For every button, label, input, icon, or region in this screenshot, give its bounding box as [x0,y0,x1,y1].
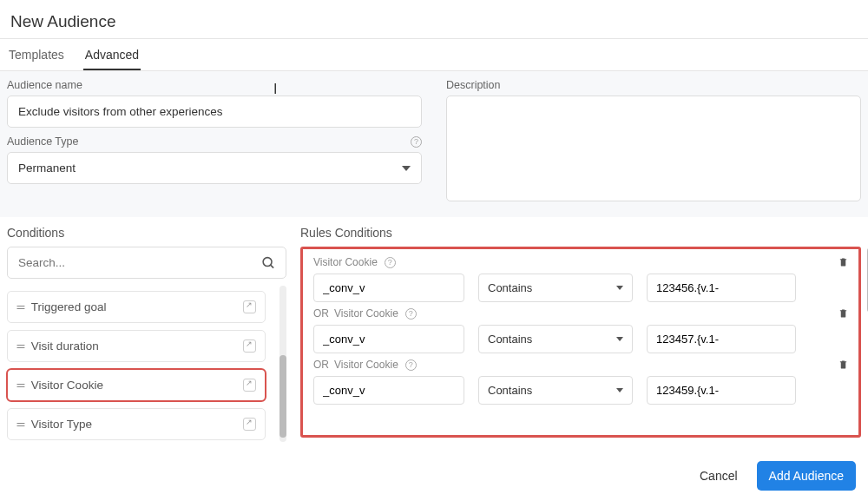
condition-label: Visit duration [31,339,243,353]
rule-row: Visitor Cookie ? Contains [313,256,848,302]
form-area: Audience name I Audience Type ? Permanen… [0,71,868,217]
tab-advanced[interactable]: Advanced [83,39,141,70]
rule-value-input[interactable] [647,376,796,405]
add-audience-button[interactable]: Add Audience [757,461,856,491]
rule-value-input[interactable] [647,274,796,302]
rule-operator-value: Contains [488,281,532,294]
audience-type-label-text: Audience Type [7,135,78,148]
form-left-column: Audience name I Audience Type ? Permanen… [7,71,422,201]
tab-templates[interactable]: Templates [7,39,66,70]
audience-type-label: Audience Type ? [7,128,422,152]
condition-label: Visitor Type [31,418,243,431]
lower-section: Conditions == Triggered goal == Visit du… [0,217,868,447]
rule-row: OR Visitor Cookie ? Contains [313,307,848,353]
rule-inputs: Contains [313,376,848,405]
rule-row: OR Visitor Cookie ? Contains [313,359,848,405]
or-label: OR [313,359,329,371]
chevron-down-icon [402,166,411,171]
rules-title: Rules Conditions [300,217,861,247]
svg-line-1 [271,265,274,268]
page-title: New Audience [10,12,858,31]
conditions-title: Conditions [7,217,286,247]
description-label: Description [446,71,861,96]
tab-bar: Templates Advanced [0,39,868,71]
chevron-down-icon [616,388,623,392]
audience-type-value: Permanent [18,162,76,175]
rule-type-label: Visitor Cookie [334,307,398,320]
form-right-column: Description [446,71,861,201]
rule-operator-value: Contains [488,384,532,397]
audience-name-input[interactable] [7,96,422,128]
rule-type-label: Visitor Cookie [334,359,398,371]
svg-point-0 [263,257,272,266]
description-input[interactable] [446,96,861,201]
condition-label: Triggered goal [31,300,243,313]
rule-operator-select[interactable]: Contains [478,376,633,405]
rule-field-input[interactable] [313,325,464,353]
rule-value-input[interactable] [647,325,796,353]
rule-operator-select[interactable]: Contains [478,325,633,353]
condition-item-visitor-type[interactable]: == Visitor Type [7,408,266,440]
help-icon[interactable]: ? [405,308,417,320]
drag-handle-icon: == [16,419,23,430]
audience-name-label: Audience name [7,71,422,96]
external-link-icon[interactable] [243,379,256,392]
drag-handle-icon: == [16,302,23,313]
chevron-down-icon [616,337,623,341]
condition-item-visitor-cookie[interactable]: == Visitor Cookie [7,369,266,401]
drag-handle-icon: == [16,341,23,352]
conditions-list: == Triggered goal == Visit duration == V… [7,286,286,440]
delete-rule-icon[interactable] [838,307,848,321]
rule-field-input[interactable] [313,274,464,302]
cancel-button[interactable]: Cancel [694,462,743,490]
rule-type-label: Visitor Cookie [313,256,378,268]
rule-inputs: Contains [313,274,848,302]
rule-operator-select[interactable]: Contains [478,274,633,302]
help-icon[interactable]: ? [411,136,422,148]
conditions-scrollbar-track [279,286,286,442]
rule-operator-value: Contains [488,333,532,346]
rules-panel: Visitor Cookie ? Contains OR Visitor Co [300,247,861,438]
delete-rule-icon[interactable] [838,359,848,372]
dialog-header: New Audience [0,0,868,39]
conditions-search-wrap [7,247,286,279]
rule-field-input[interactable] [313,376,464,405]
or-label: OR [313,307,329,320]
dialog-footer: Cancel Add Audience [694,461,856,491]
condition-item-visit-duration[interactable]: == Visit duration [7,330,266,362]
help-icon[interactable]: ? [405,359,417,371]
external-link-icon[interactable] [243,300,256,313]
rule-header: Visitor Cookie ? [313,256,848,268]
condition-label: Visitor Cookie [31,379,243,392]
external-link-icon[interactable] [243,339,256,353]
external-link-icon[interactable] [243,418,256,431]
search-icon [261,255,276,270]
drag-handle-icon: == [16,380,23,391]
rule-inputs: Contains [313,325,848,353]
help-icon[interactable]: ? [385,257,396,268]
chevron-down-icon [616,286,623,290]
conditions-scrollbar-thumb[interactable] [279,355,286,438]
rule-header: OR Visitor Cookie ? [313,307,848,320]
conditions-column: Conditions == Triggered goal == Visit du… [7,217,286,447]
conditions-search-input[interactable] [7,247,286,279]
rule-header: OR Visitor Cookie ? [313,359,848,371]
condition-item-triggered-goal[interactable]: == Triggered goal [7,291,266,323]
rules-column: Rules Conditions Visitor Cookie ? Contai… [300,217,861,447]
delete-rule-icon[interactable] [838,256,848,270]
audience-type-select[interactable]: Permanent [7,152,422,184]
